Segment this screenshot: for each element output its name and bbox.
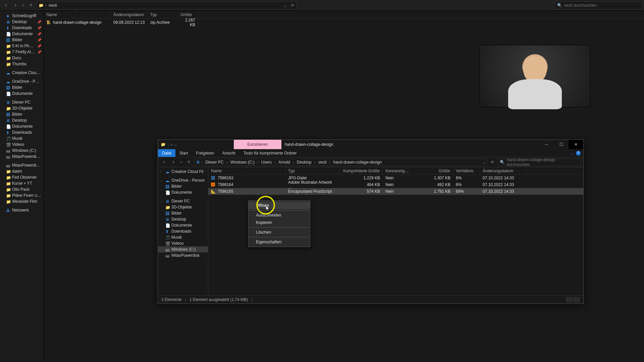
address-dropdown-icon[interactable]: ⌄ — [283, 3, 287, 8]
minimize-button[interactable]: ─ — [539, 140, 554, 149]
ctx-cut[interactable]: Ausschneiden — [249, 212, 310, 219]
tab-zip-tools[interactable]: Tools für komprimierte Ordner — [239, 149, 301, 157]
sidebar-item-west[interactable]: 📁Westside Film — [0, 198, 43, 204]
inner-sidebar-item-docs[interactable]: 📄Dokumente — [158, 222, 208, 228]
inner-column-headers[interactable]: Name⌃ Typ Komprimierte Größe Kennwortg… … — [208, 167, 583, 175]
sidebar-item-desk[interactable]: 🖥Desktop📌 — [0, 19, 43, 25]
qat-dropdown-icon[interactable]: ⌄ — [174, 142, 177, 147]
col-name[interactable]: Name — [46, 12, 57, 17]
zip-file-row[interactable]: 🖼7598163JPG-Datei1.229 KBNein1.307 KB6%0… — [208, 175, 583, 181]
ctx-properties[interactable]: Eigenschaften — [249, 238, 310, 246]
view-thumbs-icon[interactable] — [573, 297, 580, 302]
breadcrumb[interactable]: Dieser PC — [204, 160, 225, 165]
address-bar[interactable]: 📁 › vecti ⌄ ⟳ — [36, 1, 297, 9]
sidebar-item-od[interactable]: ☁OneDrive - Personal — [0, 78, 43, 84]
contextual-tab-extract[interactable]: Extrahieren — [234, 140, 281, 149]
tab-start[interactable]: Start — [175, 149, 192, 157]
sidebar-item-odp[interactable]: 🖼Bilder — [0, 84, 43, 90]
breadcrumb[interactable]: Desktop — [296, 160, 313, 165]
inner-sidebar-item-pc[interactable]: ⌄🖥Dieser PC — [158, 198, 208, 204]
expand-icon[interactable]: › — [160, 170, 161, 173]
maximize-button[interactable]: ☐ — [554, 140, 569, 149]
search-box[interactable]: 🔍 vecti durchsuchen — [555, 1, 642, 9]
sidebar-item-odd[interactable]: 📄Dokumente — [0, 90, 43, 97]
nav-pane[interactable]: ★Schnellzugriff🖥Desktop📌⬇Downloads📌📄Doku… — [0, 11, 44, 362]
sidebar-item-fed[interactable]: 📁Fed Observer — [0, 174, 43, 180]
breadcrumb[interactable]: vecti — [317, 160, 328, 165]
inner-sidebar-item-pic[interactable]: 🖼Bilder — [158, 210, 208, 216]
sidebar-item-dl[interactable]: ⬇Downloads📌 — [0, 25, 43, 31]
ribbon-collapse-icon[interactable]: ⌄ — [570, 151, 573, 156]
ribbon-tabs[interactable]: Datei Start Freigeben Ansicht Tools für … — [158, 149, 583, 157]
breadcrumb[interactable]: Arnold — [277, 160, 291, 165]
inner-back-button[interactable] — [160, 158, 168, 166]
sidebar-item-pics[interactable]: 🖼Bilder📌 — [0, 37, 43, 43]
sidebar-item-olto[interactable]: 📁Olto Pack — [0, 186, 43, 192]
back-button[interactable] — [2, 1, 10, 9]
sidebar-item-ki[interactable]: 📁5 Ki in Photoshop B📌 — [0, 43, 43, 49]
inner-sidebar-item-dl[interactable]: ⬇Downloads — [158, 228, 208, 234]
inner-refresh-icon[interactable]: ⟳ — [489, 160, 496, 165]
expand-icon[interactable]: ⌄ — [160, 199, 163, 203]
sidebar-item-dl2[interactable]: ⬇Downloads — [0, 129, 43, 135]
tab-file[interactable]: Datei — [158, 149, 175, 157]
qat-btn[interactable]: ▫ — [171, 142, 172, 147]
inner-forward-button[interactable] — [169, 158, 177, 166]
forward-button[interactable] — [11, 1, 19, 9]
inner-sidebar-item-desk[interactable]: 🖥Desktop — [158, 216, 208, 222]
inner-sidebar-item-g[interactable]: 🖴MitasPowerdisk — [158, 252, 208, 258]
sidebar-item-pics2[interactable]: 🖼Bilder — [0, 111, 43, 117]
address-dropdown-icon[interactable]: ⌄ — [482, 160, 486, 165]
sidebar-item-desk2[interactable]: 🖥Desktop — [0, 117, 43, 123]
sidebar-item-ccf[interactable]: ☁Creative Cloud Files — [0, 70, 43, 76]
icol-name[interactable]: Name — [211, 169, 222, 173]
sidebar-item-docs2[interactable]: 📁Docs — [0, 55, 43, 61]
sidebar-item-kurse[interactable]: 📁Kurse + YT — [0, 180, 43, 186]
sidebar-item-plane[interactable]: 📁Pläne Fiverr und egs — [0, 192, 43, 198]
zip-file-row[interactable]: 📐7598165Encapsulated PostScript574 KBNei… — [208, 188, 583, 195]
breadcrumb[interactable]: hand-drawn-collage-design — [332, 160, 383, 165]
col-size[interactable]: Größe — [180, 12, 192, 17]
breadcrumb[interactable]: Users — [260, 160, 273, 165]
inner-address-bar[interactable]: 🖥 › Dieser PC›Windows (C:)›Users›Arnold›… — [194, 159, 487, 166]
sidebar-item-3d[interactable]: 📁3D-Objekte — [0, 105, 43, 111]
sidebar-item-docs3[interactable]: 📄Dokumente — [0, 123, 43, 129]
close-button[interactable]: ✕ — [569, 140, 583, 149]
zip-file-row[interactable]: 🅰7598164Adobe Illustrator Artwork …464 K… — [208, 181, 583, 188]
sidebar-item-g[interactable]: 🖴MitasPowerdisk (G:) — [0, 154, 43, 160]
view-details-icon[interactable] — [566, 297, 573, 302]
sidebar-item-g2[interactable]: 🖴MitasPowerdisk (G:) — [0, 162, 43, 168]
icol-ratio[interactable]: Verhältnis — [456, 169, 474, 173]
tab-view[interactable]: Ansicht — [218, 149, 239, 157]
inner-sidebar-item-odd[interactable]: 📄Dokumente — [158, 189, 208, 195]
inner-recent-dropdown[interactable] — [179, 158, 183, 166]
title-bar[interactable]: 📁 | ▫ ⌄ Extrahieren hand-drawn-collage-d… — [158, 140, 583, 149]
icol-size[interactable]: Größe — [439, 169, 450, 173]
inner-sidebar-item-mus[interactable]: 🎵Musik — [158, 234, 208, 240]
inner-nav-pane[interactable]: ›☁Creative Cloud Fil⌄☁OneDrive - Person🖼… — [158, 167, 208, 295]
sidebar-item-thumbs[interactable]: 📁Thumbs — [0, 61, 43, 67]
refresh-icon[interactable]: ⟳ — [291, 3, 294, 8]
col-type[interactable]: Typ — [150, 12, 157, 17]
sidebar-item-docs[interactable]: 📄Dokumente📌 — [0, 31, 43, 37]
sidebar-item-daten[interactable]: 📁daten — [0, 168, 43, 174]
breadcrumb[interactable]: Windows (C:) — [229, 160, 256, 165]
ctx-copy[interactable]: Kopieren — [249, 219, 310, 226]
tab-share[interactable]: Freigeben — [192, 149, 218, 157]
icol-csize[interactable]: Komprimierte Größe — [343, 169, 380, 173]
column-headers[interactable]: Name⌃ Änderungsdatum Typ Größe — [44, 11, 644, 19]
inner-sidebar-item-c[interactable]: 🖴Windows (C:) — [158, 246, 208, 252]
inner-sidebar-item-3d[interactable]: 📁3D-Objekte — [158, 204, 208, 210]
sidebar-item-mus[interactable]: 🎵Musik — [0, 135, 43, 141]
up-button[interactable] — [27, 1, 35, 9]
sidebar-item-pc[interactable]: 🖥Dieser PC — [0, 99, 43, 105]
inner-sidebar-item-odp[interactable]: 🖼Bilder — [158, 183, 208, 189]
ctx-open[interactable]: Öffnen — [249, 202, 310, 209]
sidebar-item-quick[interactable]: ★Schnellzugriff — [0, 13, 43, 19]
file-row[interactable]: 🗜hand-drawn-collage-design09.09.2023 12:… — [44, 19, 644, 26]
inner-sidebar-item-vid[interactable]: 🎬Videos — [158, 240, 208, 246]
help-icon[interactable]: ? — [576, 151, 581, 156]
inner-sidebar-item-ccf[interactable]: ›☁Creative Cloud Fil — [158, 169, 208, 175]
recent-dropdown[interactable] — [21, 1, 25, 9]
icol-date[interactable]: Änderungsdatum — [483, 169, 513, 173]
